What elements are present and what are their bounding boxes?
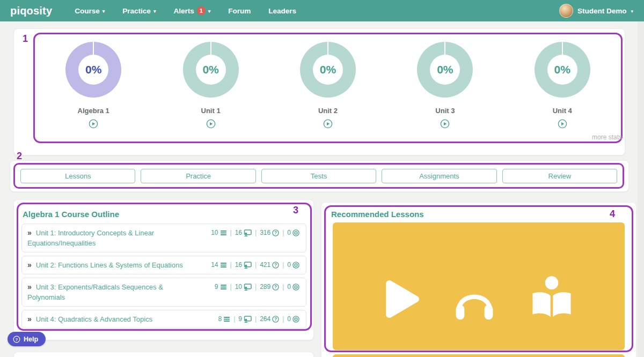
stat-value: 8 — [218, 315, 222, 323]
recommended-lesson-card[interactable] — [333, 222, 625, 350]
unit-row[interactable]: »Unit 1: Introductory Concepts & Linear … — [21, 224, 306, 252]
target-icon — [292, 316, 299, 323]
donut-hole: 0% — [547, 55, 577, 85]
top-nav: piqosity Course▾Practice▾Alerts1▾ForumLe… — [0, 0, 644, 21]
stat-separator: | — [255, 229, 257, 236]
app-logo[interactable]: piqosity — [10, 5, 52, 17]
nav-item-forum[interactable]: Forum — [228, 7, 251, 15]
play-button[interactable] — [89, 119, 98, 129]
unit-row[interactable]: »Unit 2: Functions Lines & Systems of Eq… — [21, 256, 306, 274]
stat-value: 10 — [211, 229, 218, 236]
donut-cell-algebra-1: 0%Algebra 1 — [65, 42, 121, 129]
presentation-icon — [244, 229, 252, 236]
presentation-icon — [244, 284, 252, 291]
progress-donut-chart: 0% — [183, 42, 239, 98]
list-icon — [220, 229, 227, 236]
play-button[interactable] — [323, 119, 333, 129]
stat-separator: | — [230, 261, 232, 269]
unit-title-area: »Unit 2: Functions Lines & Systems of Eq… — [22, 256, 188, 274]
stat-separator: | — [255, 261, 257, 269]
review-button[interactable]: Review — [502, 169, 617, 183]
unit-title-link[interactable]: Unit 2: Functions Lines & Systems of Equ… — [36, 261, 183, 269]
recommended-lessons-title: Recommended Lessons — [331, 210, 424, 219]
nav-item-label: Forum — [228, 7, 251, 15]
annotation-number-2: 2 — [17, 151, 22, 162]
progress-donut-chart: 0% — [535, 42, 590, 98]
more-stats-link[interactable]: more stats — [592, 133, 622, 141]
double-chevron-icon: » — [27, 228, 32, 237]
annotation-number-1: 1 — [23, 33, 28, 44]
annotation-frame-1: 0%Algebra 10%Unit 10%Unit 20%Unit 30%Uni… — [33, 33, 623, 143]
lessons-button[interactable]: Lessons — [20, 169, 135, 183]
course-outline-title: Algebra 1 Course Outline — [23, 210, 119, 219]
double-chevron-icon: » — [27, 315, 32, 323]
tests-button[interactable]: Tests — [261, 169, 376, 183]
progress-donut-chart: 0% — [65, 42, 121, 98]
user-menu[interactable]: Student Demo ▾ — [559, 4, 633, 18]
unit-row[interactable]: »Unit 4: Quadratics & Advanced Topics8|9… — [21, 310, 306, 329]
next-lesson-card-peek[interactable] — [333, 354, 625, 357]
annotation-frame-2: LessonsPracticeTestsAssignmentsReview — [13, 163, 624, 189]
list-icon — [220, 262, 227, 269]
donut-hole: 0% — [430, 55, 460, 85]
play-button[interactable] — [206, 119, 216, 129]
unit-title-link[interactable]: Unit 1: Introductory Concepts & Linear E… — [27, 229, 154, 247]
svg-text:?: ? — [274, 284, 277, 289]
annotation-number-3: 3 — [293, 205, 298, 216]
nav-item-label: Alerts — [173, 7, 194, 15]
stat-value: 9 — [238, 315, 242, 323]
question-icon: ? — [272, 262, 279, 269]
unit-title-link[interactable]: Unit 4: Quadratics & Advanced Topics — [36, 315, 152, 323]
nav-item-label: Course — [75, 7, 100, 15]
chevron-down-icon: ▾ — [103, 9, 105, 14]
unit-row[interactable]: »Unit 3: Exponents/Radicals Sequences & … — [21, 278, 306, 307]
stat-value: 264 — [260, 315, 270, 323]
nav-item-leaders[interactable]: Leaders — [268, 7, 296, 15]
presentation-icon — [244, 316, 252, 323]
donut-percent-value: 0% — [85, 63, 101, 76]
play-icon — [383, 276, 420, 322]
unit-stats: 8|9|264?|0 — [218, 310, 306, 326]
nav-item-alerts[interactable]: Alerts1▾ — [173, 6, 210, 15]
stat-value: 16 — [235, 261, 242, 269]
nav-item-course[interactable]: Course▾ — [75, 7, 105, 15]
target-icon — [292, 284, 299, 291]
chevron-down-icon: ▾ — [631, 9, 633, 14]
stat-separator: | — [233, 315, 235, 323]
unit-title-area: »Unit 3: Exponents/Radicals Sequences & … — [22, 278, 188, 306]
donut-cell-unit-2: 0%Unit 2 — [300, 42, 356, 129]
stat-value: 9 — [215, 283, 218, 291]
nav-item-practice[interactable]: Practice▾ — [122, 7, 156, 15]
double-chevron-icon: » — [27, 282, 32, 291]
stat-value: 0 — [287, 315, 291, 323]
action-button-row: LessonsPracticeTestsAssignmentsReview — [15, 165, 623, 187]
progress-donut-chart: 0% — [417, 42, 473, 98]
target-icon — [292, 262, 299, 269]
stat-separator: | — [282, 261, 284, 269]
stat-value: 0 — [287, 283, 291, 291]
play-button[interactable] — [558, 119, 567, 129]
scrollbar-gutter[interactable] — [638, 21, 644, 357]
donut-hole: 0% — [196, 55, 226, 85]
unit-title-link[interactable]: Unit 3: Exponents/Radicals Sequences & P… — [27, 283, 163, 301]
unit-title-area: »Unit 4: Quadratics & Advanced Topics — [22, 310, 188, 328]
unit-stats: 10|16|316?|0 — [211, 224, 306, 240]
donut-percent-value: 0% — [437, 63, 453, 76]
next-section-card-peek — [13, 352, 314, 357]
stat-separator: | — [255, 315, 257, 323]
svg-text:?: ? — [274, 316, 277, 322]
reader-book-icon — [529, 275, 575, 323]
stat-value: 0 — [287, 229, 291, 236]
donut-hole: 0% — [78, 55, 108, 85]
play-button[interactable] — [440, 119, 450, 129]
help-button[interactable]: ? Help — [8, 332, 46, 346]
stat-value: 10 — [235, 283, 242, 291]
stat-value: 14 — [211, 261, 218, 269]
assignments-button[interactable]: Assignments — [382, 169, 496, 183]
donut-cell-unit-4: 0%Unit 4 — [535, 42, 590, 129]
practice-button[interactable]: Practice — [141, 169, 255, 183]
svg-text:?: ? — [274, 262, 277, 267]
user-avatar — [559, 4, 573, 18]
list-icon — [223, 316, 230, 323]
progress-donut-chart: 0% — [300, 42, 356, 98]
